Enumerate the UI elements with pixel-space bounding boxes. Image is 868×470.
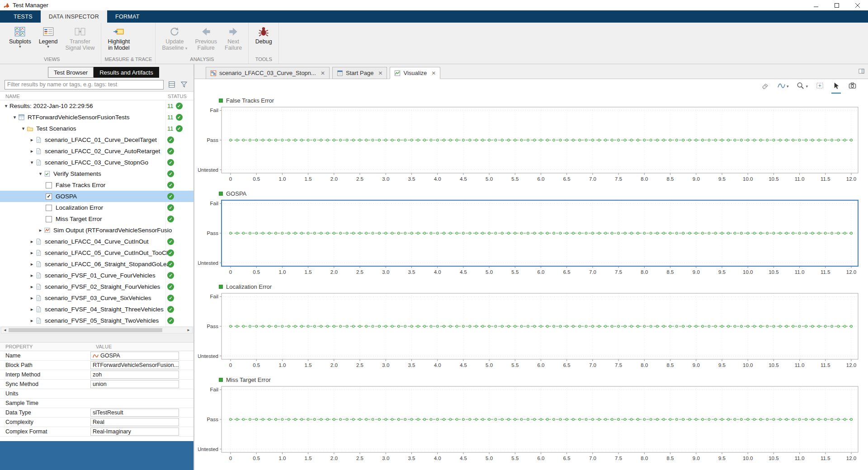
expand-arrow-icon[interactable]: ▸ [37, 227, 44, 233]
legend-button[interactable]: Legend ▾ [36, 24, 61, 50]
tree-row-8[interactable]: ✓GOSPA✓ [0, 191, 193, 202]
tree-row-10[interactable]: Miss Target Error✓ [0, 213, 193, 225]
tree-row-7[interactable]: False Tracks Error✓ [0, 179, 193, 191]
chart-plot-area[interactable]: 00.51.01.52.02.53.03.54.04.55.05.56.06.5… [198, 291, 863, 372]
tree-row-9[interactable]: Localization Error✓ [0, 202, 193, 213]
expand-arrow-icon[interactable]: ▸ [28, 273, 35, 278]
fit-to-view-button[interactable] [815, 80, 825, 94]
snapshot-camera-button[interactable] [848, 80, 857, 94]
tab-results-and-artifacts[interactable]: Results and Artifacts [94, 67, 159, 78]
tree-row-5[interactable]: ▾scenario_LFACC_03_Curve_StopnGo✓ [0, 157, 193, 168]
snapshot-camera-icon [848, 81, 857, 92]
close-tab-icon[interactable]: ✕ [431, 70, 436, 76]
next-failure-label-line2: Failure [225, 45, 242, 51]
tab-tests[interactable]: TESTS [5, 10, 41, 23]
previous-failure-button[interactable]: Previous Failure [192, 24, 220, 52]
transfer-signal-view-icon [74, 26, 86, 38]
collapse-arrow-icon[interactable]: ▾ [11, 114, 18, 120]
transfer-signal-view-button[interactable]: Transfer Signal View [62, 24, 98, 52]
horizontal-scrollbar[interactable]: ◄ ► [1, 327, 193, 334]
property-value[interactable]: union [90, 380, 179, 388]
svg-text:7.5: 7.5 [615, 176, 622, 182]
collapse-arrow-icon[interactable]: ▾ [20, 126, 27, 132]
signal-checkbox[interactable]: ✓ [46, 193, 52, 200]
tab-data-inspector[interactable]: DATA INSPECTOR [41, 10, 107, 23]
property-value[interactable]: RTForwardVehicleSensorFusion... [90, 361, 179, 369]
signal-checkbox[interactable] [46, 216, 52, 222]
tree-row-13[interactable]: ▸scenario_LFACC_05_Curve_CutInOut_TooCl✓ [0, 247, 193, 258]
tree-row-14[interactable]: ▸scenario_LFACC_06_Straight_StopandGoLea… [0, 258, 193, 270]
signal-checkbox[interactable] [46, 182, 52, 188]
property-value[interactable]: Real-Imaginary [90, 428, 179, 436]
expand-arrow-icon[interactable]: ▸ [28, 295, 35, 301]
expand-arrow-icon[interactable]: ▸ [28, 261, 35, 267]
expand-arrow-icon[interactable]: ▸ [28, 148, 35, 154]
chart-title: False Tracks Error [226, 97, 274, 104]
chart-plot-area[interactable]: 00.51.01.52.02.53.03.54.04.55.05.56.06.5… [198, 197, 863, 279]
filter-funnel-icon[interactable] [180, 80, 188, 89]
tree-row-17[interactable]: ▸scenario_FVSF_03_Curve_SixVehicles✓ [0, 292, 193, 304]
property-value[interactable]: GOSPA [90, 352, 179, 360]
expand-arrow-icon[interactable]: ▸ [28, 284, 35, 290]
property-name: Complexity [0, 419, 90, 425]
expand-arrow-icon[interactable]: ▸ [28, 137, 35, 143]
chart-plot-area[interactable]: 00.51.01.52.02.53.03.54.04.55.05.56.06.5… [198, 384, 863, 465]
svg-text:Untested: Untested [198, 353, 218, 359]
scrollbar-thumb[interactable] [9, 328, 162, 332]
tree-row-12[interactable]: ▸scenario_LFACC_04_Curve_CutInOut✓ [0, 236, 193, 247]
expand-arrow-icon[interactable]: ▸ [28, 239, 35, 244]
report-icon[interactable] [168, 80, 176, 89]
subplots-button[interactable]: Subplots ▾ [6, 24, 34, 50]
close-tab-icon[interactable]: ✕ [378, 70, 382, 76]
panel-layout-icon[interactable] [858, 68, 865, 75]
debug-button[interactable]: Debug [252, 24, 275, 46]
close-tab-icon[interactable]: ✕ [321, 70, 325, 76]
tree-row-0[interactable]: ▾Results: 2022-Jan-10 22:29:5611✓ [0, 100, 193, 112]
highlight-in-model-button[interactable]: Highlight in Model [104, 24, 133, 52]
svg-text:4.5: 4.5 [460, 456, 467, 461]
scroll-left-arrow-icon[interactable]: ◄ [1, 327, 9, 333]
chart-plot-area[interactable]: 00.51.01.52.02.53.03.54.04.55.05.56.06.5… [198, 104, 863, 186]
tree-row-3[interactable]: ▸scenario_LFACC_01_Curve_DecelTarget✓ [0, 134, 193, 146]
tree-row-18[interactable]: ▸scenario_FVSF_04_Straight_ThreeVehicles… [0, 304, 193, 315]
signal-style-button[interactable]: ▾ [777, 80, 789, 94]
doc-icon [35, 272, 42, 279]
tree-row-16[interactable]: ▸scenario_FVSF_02_Straight_FourVehicles✓ [0, 281, 193, 292]
expand-arrow-icon[interactable]: ▸ [28, 306, 35, 312]
tree-row-11[interactable]: ▸Sim Output (RTForwardVehicleSensorFusio [0, 225, 193, 236]
next-failure-button[interactable]: Next Failure [222, 24, 245, 52]
collapse-arrow-icon[interactable]: ▾ [3, 103, 9, 109]
tree-row-15[interactable]: ▸scenario_FVSF_01_Curve_FourVehicles✓ [0, 270, 193, 281]
signal-checkbox[interactable] [46, 205, 52, 211]
collapse-arrow-icon[interactable]: ▾ [37, 171, 44, 177]
property-value[interactable]: Real [90, 418, 179, 426]
tab-test-browser[interactable]: Test Browser [48, 67, 94, 78]
tree-row-2[interactable]: ▾Test Scenarios11✓ [0, 123, 193, 134]
maximize-button[interactable] [826, 0, 847, 10]
tree-row-1[interactable]: ▾RTForwardVehicleSensorFusionTests11✓ [0, 112, 193, 123]
filter-input[interactable] [5, 80, 164, 89]
doc-tab-scenario-lfacc-03-curve-stopn[interactable]: scenario_LFACC_03_Curve_Stopn...✕ [206, 67, 330, 79]
pointer-button[interactable] [831, 80, 841, 94]
doc-tab-visualize[interactable]: Visualize✕ [390, 67, 440, 79]
zoom-button[interactable]: ▾ [796, 80, 808, 94]
close-button[interactable] [847, 0, 868, 10]
window-title: Test Manager [13, 2, 48, 9]
tree-row-4[interactable]: ▸scenario_LFACC_02_Curve_AutoRetarget✓ [0, 146, 193, 157]
tree-row-6[interactable]: ▾Verify Statements✓ [0, 168, 193, 179]
brush-eraser-button[interactable] [760, 80, 770, 94]
scroll-right-arrow-icon[interactable]: ► [185, 327, 192, 333]
collapse-arrow-icon[interactable]: ▾ [28, 160, 35, 165]
update-baseline-button[interactable]: Update Baseline ▾ [159, 24, 190, 52]
expand-arrow-icon[interactable]: ▸ [28, 250, 35, 256]
minimize-button[interactable] [806, 0, 826, 10]
property-value[interactable]: slTestResult [90, 409, 179, 417]
tab-format[interactable]: FORMAT [107, 10, 148, 23]
svg-text:12.0: 12.0 [846, 456, 856, 461]
tree-row-19[interactable]: ▸scenario_FVSF_05_Straight_TwoVehicles✓ [0, 315, 193, 326]
expand-arrow-icon[interactable]: ▸ [28, 318, 35, 324]
filter-row [0, 78, 193, 91]
doc-tab-start-page[interactable]: Start Page✕ [332, 67, 387, 79]
property-value[interactable]: zoh [90, 371, 179, 379]
svg-text:3.0: 3.0 [382, 269, 389, 275]
